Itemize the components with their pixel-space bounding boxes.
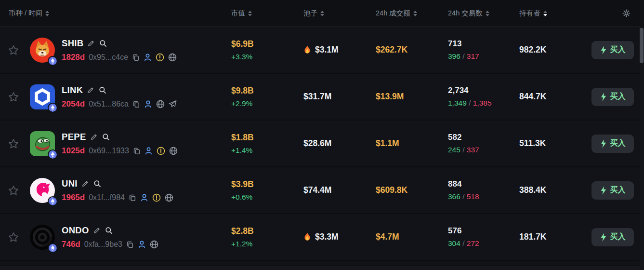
copy-icon[interactable] <box>126 241 134 248</box>
column-header-mcap[interactable]: 市值 <box>231 9 303 18</box>
favorite-star-icon[interactable] <box>8 138 19 149</box>
gear-icon[interactable] <box>622 9 631 17</box>
globe-icon[interactable] <box>156 100 165 108</box>
copy-icon[interactable] <box>132 100 140 108</box>
fire-icon <box>303 45 311 55</box>
scrollbar[interactable] <box>640 27 644 270</box>
edit-icon[interactable] <box>87 86 94 94</box>
sort-arrows-icon[interactable] <box>248 11 252 16</box>
column-header-volume[interactable]: 24h 成交额 <box>376 9 448 18</box>
search-icon[interactable] <box>99 86 106 94</box>
globe-icon[interactable] <box>168 53 177 62</box>
copy-icon[interactable] <box>132 54 140 61</box>
pool-cell: $28.6M <box>303 138 376 148</box>
token-symbol[interactable]: SHIB <box>62 38 83 49</box>
token-age: 746d <box>62 240 80 249</box>
column-header-holders[interactable]: 持有者 <box>519 9 591 18</box>
sort-arrows-icon[interactable] <box>486 11 489 16</box>
txns-cell: 2,734 1,349 / 1,385 <box>448 86 519 108</box>
txn-total: 884 <box>448 179 519 189</box>
token-symbol[interactable]: ONDO <box>62 225 89 236</box>
table-body: SHIB 1828d 0x95...c4ce <box>0 27 644 261</box>
column-header-token[interactable]: 币种 / 时间 <box>0 9 231 18</box>
alert-icon[interactable] <box>152 193 161 202</box>
buy-button[interactable]: 买入 <box>591 88 634 106</box>
token-info: UNI 1965d 0x1f...f984 <box>62 178 173 202</box>
copy-icon[interactable] <box>133 147 141 155</box>
buy-button-label: 买入 <box>610 45 626 55</box>
action-cell: 买入 <box>591 88 640 106</box>
price-change-value: +3.3% <box>231 53 303 61</box>
telegram-icon[interactable] <box>169 100 177 108</box>
token-avatar[interactable] <box>30 131 55 156</box>
token-age: 2054d <box>62 99 85 109</box>
token-avatar[interactable] <box>30 38 55 63</box>
favorite-star-icon[interactable] <box>8 231 19 243</box>
copy-icon[interactable] <box>129 194 136 202</box>
table-row[interactable]: ONDO 746d 0xfa...9be3 <box>0 214 640 261</box>
txn-sells: 1,385 <box>473 99 492 107</box>
sort-arrows-icon[interactable] <box>45 11 49 16</box>
column-label-volume: 24h 成交额 <box>376 9 410 18</box>
globe-icon[interactable] <box>150 240 158 249</box>
sort-arrows-icon[interactable] <box>320 11 324 16</box>
alert-icon[interactable] <box>157 147 165 155</box>
volume-value: $609.8K <box>376 185 407 195</box>
token-avatar[interactable] <box>30 84 55 109</box>
token-symbol[interactable]: LINK <box>62 85 83 95</box>
globe-icon[interactable] <box>165 193 173 202</box>
alert-icon[interactable] <box>156 53 164 62</box>
token-avatar[interactable] <box>30 225 55 250</box>
favorite-star-icon[interactable] <box>8 185 19 196</box>
favorite-star-icon[interactable] <box>8 44 19 56</box>
volume-value: $1.1M <box>376 138 399 148</box>
txn-separator: / <box>462 52 467 60</box>
action-cell: 买入 <box>591 41 640 59</box>
token-cell: ONDO 746d 0xfa...9be3 <box>27 225 231 250</box>
edit-icon[interactable] <box>88 40 95 47</box>
scrollbar-thumb[interactable] <box>640 28 644 63</box>
token-address: 0x69...1933 <box>89 147 129 155</box>
holders-value: 982.2K <box>519 45 546 54</box>
table-row[interactable]: SHIB 1828d 0x95...c4ce <box>0 27 640 74</box>
table-row[interactable]: LINK 2054d 0x51...86ca <box>0 74 640 121</box>
column-header-txns[interactable]: 24h 交易数 <box>448 9 519 18</box>
txn-sells: 337 <box>467 146 479 154</box>
market-cap-cell: $3.9B +0.6% <box>231 179 303 202</box>
edit-icon[interactable] <box>82 180 89 187</box>
search-icon[interactable] <box>93 180 101 188</box>
search-icon[interactable] <box>105 227 113 234</box>
dev-person-icon[interactable] <box>144 100 152 108</box>
token-avatar[interactable] <box>30 178 55 203</box>
globe-icon[interactable] <box>169 147 178 155</box>
edit-icon[interactable] <box>93 227 101 234</box>
table-row[interactable]: PEPE 1025d 0x69...1933 <box>0 121 640 167</box>
dev-person-icon[interactable] <box>138 240 146 248</box>
dev-person-icon[interactable] <box>145 147 153 155</box>
buy-button[interactable]: 买入 <box>591 181 634 200</box>
token-symbol[interactable]: PEPE <box>62 132 86 142</box>
dev-person-icon[interactable] <box>144 53 152 61</box>
token-info: LINK 2054d 0x51...86ca <box>62 85 177 109</box>
search-icon[interactable] <box>102 133 110 141</box>
edit-icon[interactable] <box>91 133 98 140</box>
token-symbol[interactable]: UNI <box>62 178 78 189</box>
dev-person-icon[interactable] <box>140 193 148 202</box>
market-cap-value: $9.8B <box>231 86 303 96</box>
buy-button[interactable]: 买入 <box>591 41 634 59</box>
table-header: 币种 / 时间 市值 池子 24h 成交额 24h 交易数 持有者 <box>0 0 640 27</box>
sort-arrows-icon[interactable] <box>543 11 547 16</box>
favorite-star-icon[interactable] <box>8 91 19 103</box>
token-address: 0x51...86ca <box>89 100 129 108</box>
txn-separator: / <box>469 99 473 107</box>
table-row[interactable]: UNI 1965d 0x1f...f984 <box>0 167 640 214</box>
search-icon[interactable] <box>99 40 107 47</box>
txn-total: 713 <box>448 39 519 49</box>
buy-button[interactable]: 买入 <box>591 135 634 153</box>
buy-button[interactable]: 买入 <box>591 228 634 246</box>
token-address: 0x95...c4ce <box>89 53 128 62</box>
column-header-pool[interactable]: 池子 <box>303 9 376 18</box>
column-label-mcap: 市值 <box>231 9 245 18</box>
sort-arrows-icon[interactable] <box>413 11 417 16</box>
holders-cell: 982.2K <box>519 45 591 55</box>
